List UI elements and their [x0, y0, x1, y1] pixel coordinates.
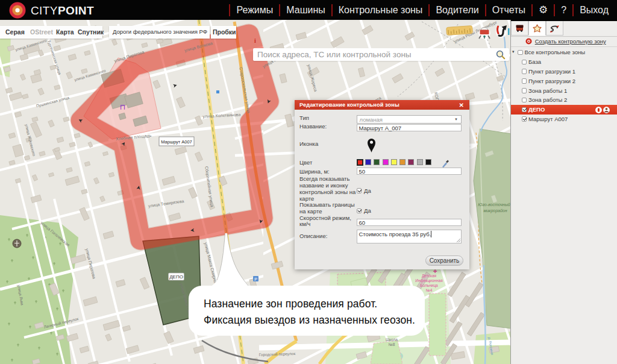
svg-text:✚: ✚ [433, 269, 437, 274]
svg-text:Маршрут А007: Маршрут А007 [161, 139, 192, 145]
svg-text:⊓: ⊓ [120, 103, 125, 111]
svg-text:Инфекционная: Инфекционная [415, 278, 443, 283]
svg-text:Юго-восточный: Юго-восточный [478, 202, 510, 207]
svg-text:Детская: Детская [422, 274, 437, 278]
svg-text:Больница: Больница [420, 283, 438, 288]
svg-text:№8: №8 [389, 342, 395, 347]
svg-text:ДЕПО: ДЕПО [169, 274, 183, 280]
svg-text:Школа: Школа [386, 337, 398, 342]
svg-text:i: i [254, 37, 256, 44]
svg-text:№4: №4 [426, 288, 433, 292]
svg-text:микрорайон: микрорайон [483, 209, 507, 213]
svg-text:P: P [254, 277, 257, 281]
